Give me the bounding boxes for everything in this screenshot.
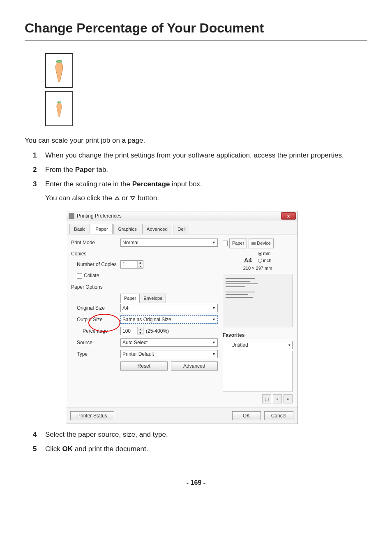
tab-advanced[interactable]: Advanced	[142, 224, 172, 234]
tab-graphics[interactable]: Graphics	[113, 224, 141, 234]
down-arrow-icon	[130, 196, 136, 201]
collate-checkbox[interactable]: Collate	[71, 272, 120, 280]
percentage-range: (25-400%)	[146, 327, 169, 335]
page-icon	[223, 241, 228, 246]
up-arrow-icon	[114, 196, 120, 201]
type-select[interactable]: Printer Default▼	[120, 350, 218, 358]
callout-circle	[88, 314, 120, 332]
chevron-down-icon: ▼	[212, 317, 216, 322]
spinner-up-icon[interactable]: ▲	[138, 327, 143, 331]
chevron-down-icon: ▼	[212, 305, 216, 311]
advanced-button[interactable]: Advanced	[171, 361, 218, 371]
chevron-down-icon: ▾	[288, 342, 291, 348]
paper-info: A4 mm inch 210 × 297 mm	[223, 250, 293, 272]
output-size-select[interactable]: Same as Original Size▼	[120, 315, 218, 324]
step-3: Enter the scaling rate in the Percentage…	[33, 178, 367, 424]
close-button[interactable]: x	[281, 212, 296, 220]
num-copies-spinner[interactable]: 1 ▲▼	[120, 260, 143, 269]
spinner-down-icon[interactable]: ▼	[138, 331, 143, 335]
step-4: Select the paper source, size, and type.	[33, 429, 367, 440]
original-size-select[interactable]: A4▼	[120, 304, 218, 312]
tab-paper[interactable]: Paper	[91, 224, 113, 234]
ok-button[interactable]: OK	[232, 411, 261, 420]
subline-text: You can also click the	[45, 194, 114, 202]
original-size-label: Original Size	[71, 304, 120, 312]
type-label: Type	[71, 350, 120, 358]
print-mode-select[interactable]: Normal▼	[120, 239, 218, 247]
page-number: 169	[25, 479, 367, 486]
chevron-down-icon: ▼	[212, 351, 216, 357]
copies-heading: Copies	[71, 250, 218, 258]
tab-dell[interactable]: Dell	[173, 224, 190, 234]
percentage-spinner[interactable]: 100 ▲▼	[120, 327, 143, 335]
dialog-tabs: Basic Paper Graphics Advanced Dell	[66, 221, 297, 234]
step-2: From the Paper tab.	[33, 164, 367, 175]
intro-text: You can scale your print job on a page.	[25, 137, 367, 145]
source-select[interactable]: Auto Select▼	[120, 338, 218, 347]
scaling-illustration	[45, 53, 367, 126]
unit-mm-radio[interactable]	[258, 252, 262, 256]
mini-tab-envelope[interactable]: Envelope	[140, 294, 166, 303]
save-favorite-icon[interactable]: ▢	[262, 394, 271, 403]
favorites-list	[223, 351, 293, 392]
tab-basic[interactable]: Basic	[69, 224, 90, 234]
favorites-label: Favorites	[223, 331, 293, 339]
page-title: Change Percentage of Your Document	[25, 21, 367, 41]
dialog-titlebar: Printing Preferences x	[66, 211, 297, 221]
export-favorite-icon[interactable]: ▫	[273, 394, 282, 403]
printer-icon	[69, 213, 74, 219]
small-document-icon	[45, 91, 73, 126]
printing-preferences-dialog: Printing Preferences x Basic Paper Graph…	[66, 211, 298, 424]
print-mode-label: Print Mode	[71, 239, 120, 247]
cancel-button[interactable]: Cancel	[264, 411, 293, 420]
source-label: Source	[71, 339, 120, 347]
chevron-down-icon: ▼	[212, 340, 216, 345]
reset-button[interactable]: Reset	[120, 361, 168, 371]
spinner-up-icon[interactable]: ▲	[138, 261, 143, 264]
step-5: Click OK and print the document.	[33, 443, 367, 454]
large-document-icon	[45, 53, 73, 88]
printer-status-button[interactable]: Printer Status	[70, 411, 114, 420]
printer-icon	[251, 242, 256, 245]
page-preview: ▬▬▬▬▬▬▬▬▬▬▬▬▬▬▬▬▬▬▬▬▬▬▬▬▬▬▬▬▬▬▬▬▬▬▬▬▬▬▬▬…	[223, 274, 293, 327]
mini-tab-paper[interactable]: Paper	[120, 294, 140, 303]
step-1: When you change the print settings from …	[33, 150, 367, 161]
favorites-select[interactable]: Untitled▾	[223, 341, 293, 349]
right-tab-paper[interactable]: Paper	[229, 239, 247, 248]
unit-inch-radio[interactable]	[258, 259, 262, 263]
dialog-title: Printing Preferences	[77, 212, 122, 220]
delete-favorite-icon[interactable]: ▪	[284, 394, 293, 403]
chevron-down-icon: ▼	[212, 240, 216, 246]
spinner-down-icon[interactable]: ▼	[138, 264, 143, 268]
right-tab-device[interactable]: Device	[249, 239, 274, 248]
paper-options-heading: Paper Options	[71, 283, 218, 291]
num-copies-label: Number of Copies	[71, 261, 120, 269]
